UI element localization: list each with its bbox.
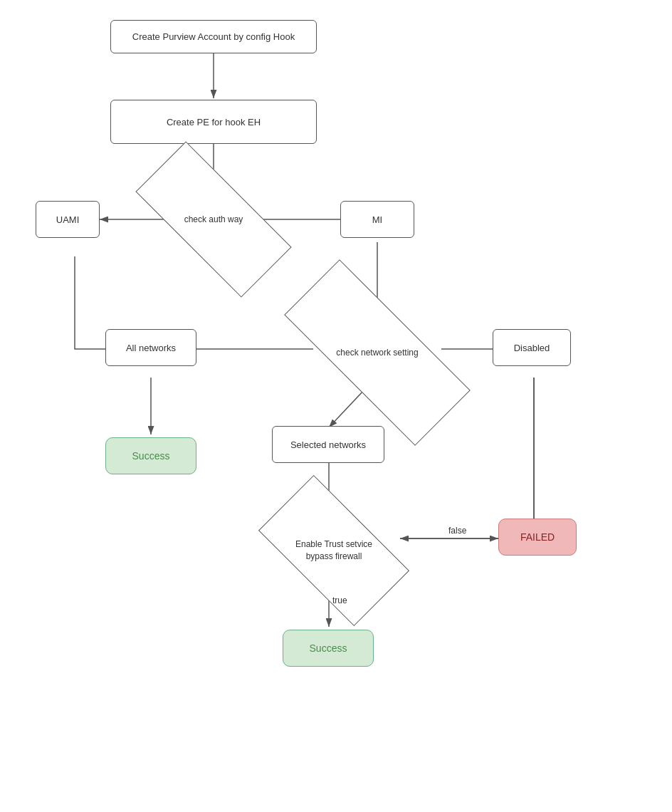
uami-node: UAMI [36,201,100,238]
flowchart-diagram: Create Purview Account by config Hook Cr… [0,0,672,812]
selected-networks-node: Selected networks [272,426,384,463]
mi-node: MI [340,201,414,238]
success2-node: Success [283,630,374,667]
disabled-node: Disabled [493,329,571,366]
create-purview-node: Create Purview Account by config Hook [110,20,317,53]
false-label: false [448,526,466,536]
all-networks-node: All networks [105,329,196,366]
check-auth-diamond: check auth way [139,184,288,255]
create-pe-node: Create PE for hook EH [110,100,317,144]
enable-trust-diamond: Enable Trust setvice bypass firewall [266,511,401,590]
success1-node: Success [105,437,196,474]
failed-node: FAILED [498,519,577,556]
true-label: true [332,595,347,605]
check-network-diamond: check network setting [285,313,470,392]
arrows-layer [0,0,672,812]
